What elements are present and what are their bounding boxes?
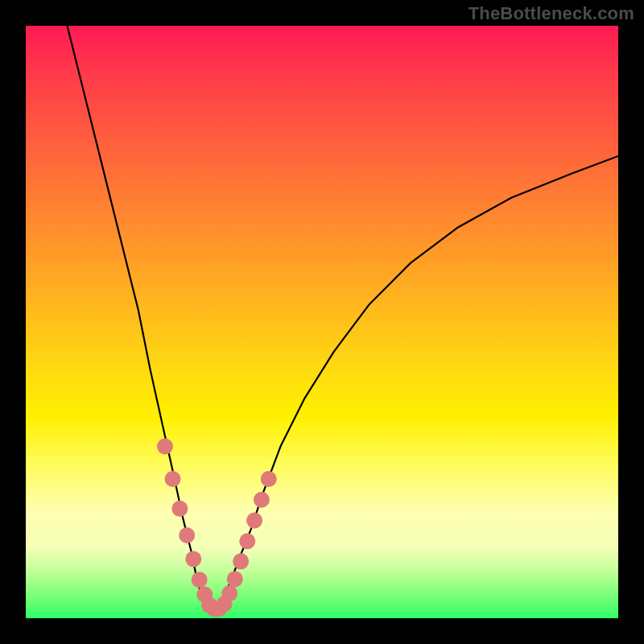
plot-area: [26, 26, 618, 618]
bottleneck-curve: [68, 26, 618, 609]
curve-marker: [261, 471, 277, 487]
curve-marker: [221, 585, 237, 601]
curve-marker: [185, 551, 201, 567]
curve-marker: [171, 501, 188, 517]
curve-marker: [233, 553, 249, 569]
curve-marker: [179, 527, 195, 543]
watermark-text: TheBottleneck.com: [469, 3, 634, 24]
curve-marker: [227, 571, 243, 587]
curve-marker: [246, 513, 262, 529]
curve-marker: [157, 439, 173, 455]
curve-marker: [254, 492, 270, 508]
curve-marker: [192, 572, 208, 588]
curve-markers: [157, 439, 277, 617]
curve-marker: [165, 471, 181, 487]
chart-svg: [26, 26, 618, 618]
curve-marker: [239, 533, 255, 549]
chart-frame: TheBottleneck.com: [0, 0, 644, 644]
